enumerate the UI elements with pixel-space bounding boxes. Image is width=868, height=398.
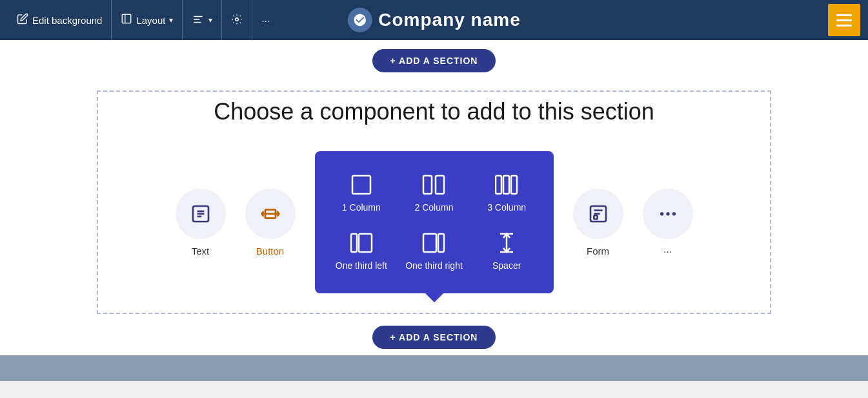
svg-rect-12 (352, 176, 370, 194)
more-component-icon (643, 189, 693, 239)
main-content: Choose a component to add to this sectio… (0, 78, 868, 355)
svg-rect-28 (594, 215, 597, 218)
one-column-icon (350, 173, 373, 196)
svg-rect-16 (503, 176, 509, 194)
text-component-item[interactable]: Text (176, 189, 226, 257)
svg-rect-19 (359, 234, 372, 252)
svg-rect-18 (351, 234, 357, 252)
layout-label: Layout (136, 15, 165, 26)
company-logo (347, 8, 372, 32)
one-third-left-label: One third left (336, 260, 387, 271)
settings-icon (231, 14, 243, 27)
svg-rect-14 (436, 176, 444, 194)
one-third-right-layout-item[interactable]: One third right (398, 222, 470, 280)
svg-point-30 (666, 212, 669, 215)
spacer-layout-item[interactable]: Spacer (470, 222, 543, 280)
spacer-icon (495, 231, 518, 255)
three-column-icon (495, 173, 518, 196)
settings-button[interactable] (222, 0, 252, 40)
add-section-top-label: + ADD A SECTION (390, 56, 478, 66)
svg-rect-17 (511, 176, 517, 194)
add-section-bottom-label: + ADD A SECTION (390, 332, 478, 342)
section-container: Choose a component to add to this sectio… (97, 90, 771, 314)
one-third-left-icon (350, 231, 373, 255)
three-column-layout-item[interactable]: 3 Column (470, 164, 543, 222)
company-name: Company name (378, 10, 521, 30)
hamburger-button[interactable] (828, 4, 860, 36)
section-title: Choose a component to add to this sectio… (214, 98, 654, 125)
svg-rect-20 (423, 234, 436, 252)
component-row: Text Button (98, 151, 770, 313)
svg-point-29 (660, 212, 663, 215)
layout-button[interactable]: Layout ▾ (112, 0, 183, 40)
text-component-icon (176, 189, 226, 239)
add-section-bottom-button[interactable]: + ADD A SECTION (372, 326, 496, 349)
svg-rect-13 (423, 176, 432, 194)
edit-background-button[interactable]: Edit background (8, 0, 112, 40)
align-icon (192, 14, 205, 27)
layout-panel: 1 Column 2 Column 3 Column (315, 151, 554, 293)
edit-background-icon (17, 13, 28, 27)
layout-icon (121, 13, 132, 27)
toolbar-right (828, 4, 860, 36)
more-component-label: ··· (663, 246, 672, 257)
one-third-right-icon (422, 231, 445, 255)
one-third-right-label: One third right (405, 260, 463, 271)
spacer-label: Spacer (492, 260, 521, 271)
footer-area (0, 355, 868, 381)
hamburger-line-1 (836, 14, 852, 16)
toolbar-left: Edit background Layout ▾ ▾ (8, 0, 279, 40)
one-third-left-layout-item[interactable]: One third left (325, 222, 398, 280)
svg-rect-15 (496, 176, 501, 194)
button-component-icon (245, 189, 296, 239)
add-section-top-bar: + ADD A SECTION (0, 40, 868, 78)
three-column-label: 3 Column (487, 202, 526, 213)
align-chevron-icon: ▾ (208, 16, 212, 25)
company-name-area: Company name (347, 8, 521, 32)
svg-point-31 (672, 212, 675, 215)
one-column-label: 1 Column (342, 202, 381, 213)
one-column-layout-item[interactable]: 1 Column (325, 164, 398, 222)
add-section-top-button[interactable]: + ADD A SECTION (372, 49, 496, 72)
align-button[interactable]: ▾ (183, 0, 222, 40)
more-options-label: ··· (261, 15, 270, 26)
svg-rect-21 (438, 234, 444, 252)
form-component-icon (573, 189, 623, 239)
text-component-label: Text (192, 246, 210, 257)
button-component-item[interactable]: Button (245, 189, 296, 257)
svg-rect-0 (123, 14, 132, 23)
two-column-icon (422, 173, 445, 196)
toolbar: Edit background Layout ▾ ▾ (0, 0, 868, 40)
two-column-layout-item[interactable]: 2 Column (398, 164, 470, 222)
two-column-label: 2 Column (415, 202, 454, 213)
hamburger-line-2 (836, 19, 852, 21)
form-component-item[interactable]: Form (573, 189, 623, 257)
more-component-item[interactable]: ··· (643, 189, 693, 257)
more-options-button[interactable]: ··· (252, 0, 279, 40)
layout-chevron-icon: ▾ (169, 16, 173, 25)
button-component-label: Button (256, 246, 284, 257)
svg-point-5 (236, 17, 239, 21)
edit-background-label: Edit background (32, 15, 102, 26)
form-component-label: Form (587, 246, 609, 257)
hamburger-line-3 (836, 25, 852, 26)
add-section-bottom-bar: + ADD A SECTION (0, 314, 868, 355)
